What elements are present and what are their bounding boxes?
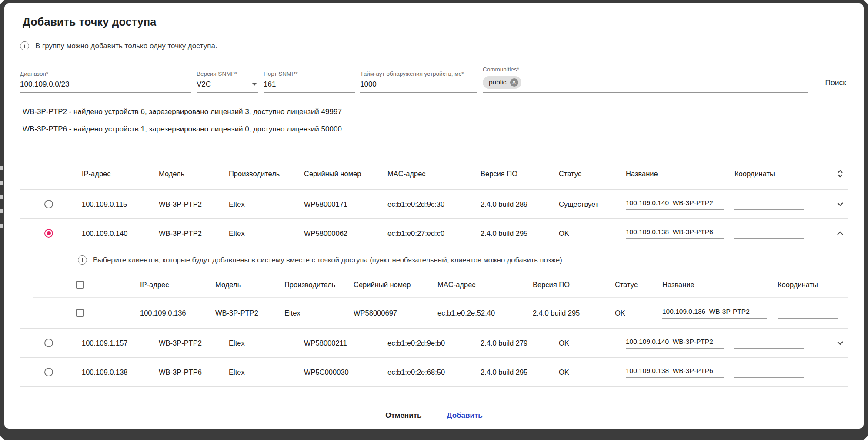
collapse-all-icon [837,169,844,178]
client-checkbox[interactable] [76,309,84,317]
community-chip-label: public [489,78,507,86]
name-input[interactable] [662,308,767,319]
coordinates-input[interactable] [778,308,838,319]
range-input[interactable] [20,80,191,89]
cell-serial: WP58000211 [304,339,387,347]
name-input[interactable] [626,367,724,378]
row-divider [20,386,848,387]
communities-label: Communities* [483,66,808,73]
cell-serial: WP5C000030 [304,368,387,376]
col-fw: Версия ПО [533,281,615,289]
devices-table-header: IP-адрес Модель Производитель Серийный н… [20,158,848,189]
dialog-footer: Отменить Добавить [20,410,848,422]
snmp-port-input[interactable] [264,80,355,89]
info-text: В группу можно добавить только одну точк… [35,42,217,50]
name-input[interactable] [626,338,724,349]
table-row: 100.109.0.138 WB-3P-PTP6 Eltex WP5C00003… [20,358,848,386]
communities-input[interactable]: public ✕ [483,76,808,89]
row-radio[interactable] [44,368,53,376]
chevron-down-icon [837,341,844,345]
col-name: Название [662,281,778,289]
dropdown-arrow-icon [252,83,257,86]
col-serial: Серийный номер [304,170,387,178]
cell-vendor: Eltex [229,229,304,238]
table-row: 100.109.1.157 WB-3P-PTP2 Eltex WP5800021… [20,329,848,357]
cell-status: OK [615,309,662,317]
collapse-all-button[interactable] [815,169,848,178]
clients-info-text: Выберите клиентов, которые будут добавле… [93,256,562,264]
cell-fw: 2.4.0 build 295 [533,309,615,317]
name-input[interactable] [626,199,724,210]
row-radio[interactable] [44,200,53,208]
cell-fw: 2.4.0 build 295 [481,368,559,376]
cell-status: OK [559,368,626,376]
cell-vendor: Eltex [284,309,354,317]
coordinates-input[interactable] [734,199,804,210]
row-radio[interactable] [44,339,53,347]
devices-table: IP-адрес Модель Производитель Серийный н… [20,158,848,387]
cell-ip: 100.109.0.136 [140,309,215,317]
cell-status: Существует [559,200,626,208]
row-radio[interactable] [44,229,53,238]
cell-mac: ec:b1:e0:2e:68:50 [387,368,481,376]
chip-remove-icon[interactable]: ✕ [510,78,518,87]
expand-row-button[interactable] [815,341,848,345]
cell-serial: WP58000171 [304,200,387,208]
col-coords: Координаты [778,281,848,289]
name-input[interactable] [626,228,724,239]
range-label: Диапазон* [20,71,191,77]
table-row-selected: 100.109.0.140 WB-3P-PTP2 Eltex WP5800006… [20,219,848,248]
col-ip: IP-адрес [82,170,159,178]
coordinates-input[interactable] [734,367,804,378]
coordinates-input[interactable] [734,338,804,349]
add-button[interactable]: Добавить [444,410,485,422]
timeout-input[interactable] [360,80,477,89]
cell-model: WB-3P-PTP2 [159,339,229,347]
cell-mac: ec:b1:e0:27:ed:c0 [387,229,481,238]
col-status: Статус [615,281,662,289]
search-form: Диапазон* Версия SNMP* V2C Порт SNMP* Та… [20,66,848,93]
cell-serial: WP58000697 [354,309,437,317]
snmp-version-field: Версия SNMP* V2C [197,66,258,93]
cell-model: WB-3P-PTP6 [159,368,229,376]
table-row: 100.109.0.115 WB-3P-PTP2 Eltex WP5800017… [20,190,848,218]
cancel-button[interactable]: Отменить [383,410,424,422]
search-button[interactable]: Поиск [825,78,848,93]
cell-ip: 100.109.1.157 [82,339,159,347]
col-model: Модель [159,170,229,178]
cell-model: WB-3P-PTP2 [215,309,284,317]
col-ip: IP-адрес [140,281,215,289]
col-coords: Координаты [734,170,815,178]
cell-fw: 2.4.0 build 295 [481,229,559,238]
summary-line-ptp6: WB-3P-PTP6 - найдено устройств 1, зарезе… [23,125,848,134]
snmp-version-label: Версия SNMP* [197,71,258,77]
col-fw: Версия ПО [481,170,559,178]
clients-section: i Выберите клиентов, которые будут добав… [33,248,848,328]
cell-status: OK [559,339,626,347]
add-access-point-dialog: Добавить точку доступа i В группу можно … [4,3,864,429]
expand-row-button[interactable] [815,202,848,206]
col-serial: Серийный номер [354,281,437,289]
cell-vendor: Eltex [229,339,304,347]
snmp-port-label: Порт SNMP* [264,71,355,77]
coordinates-input[interactable] [734,228,804,239]
select-all-clients-checkbox[interactable] [76,281,84,289]
cell-ip: 100.109.0.115 [82,200,159,208]
cell-vendor: Eltex [229,368,304,376]
cell-status: OK [559,229,626,238]
cell-ip: 100.109.0.138 [82,368,159,376]
dialog-title: Добавить точку доступа [23,16,848,28]
timeout-label: Тайм-аут обнаружения устройств, мс* [360,71,477,77]
snmp-version-select[interactable]: V2C [197,80,258,89]
collapse-row-button[interactable] [815,231,848,235]
col-vendor: Производитель [229,170,304,178]
snmp-version-value: V2C [197,80,252,89]
community-chip[interactable]: public ✕ [483,76,521,89]
cell-model: WB-3P-PTP2 [159,229,229,238]
communities-field: Communities* public ✕ [483,66,808,93]
clients-info-row: i Выберите клиентов, которые будут добав… [33,248,848,272]
client-row: 100.109.0.136 WB-3P-PTP2 Eltex WP5800069… [33,298,848,328]
info-icon: i [78,255,87,265]
chevron-up-icon [837,231,844,235]
page-edge-artifact [0,166,3,228]
